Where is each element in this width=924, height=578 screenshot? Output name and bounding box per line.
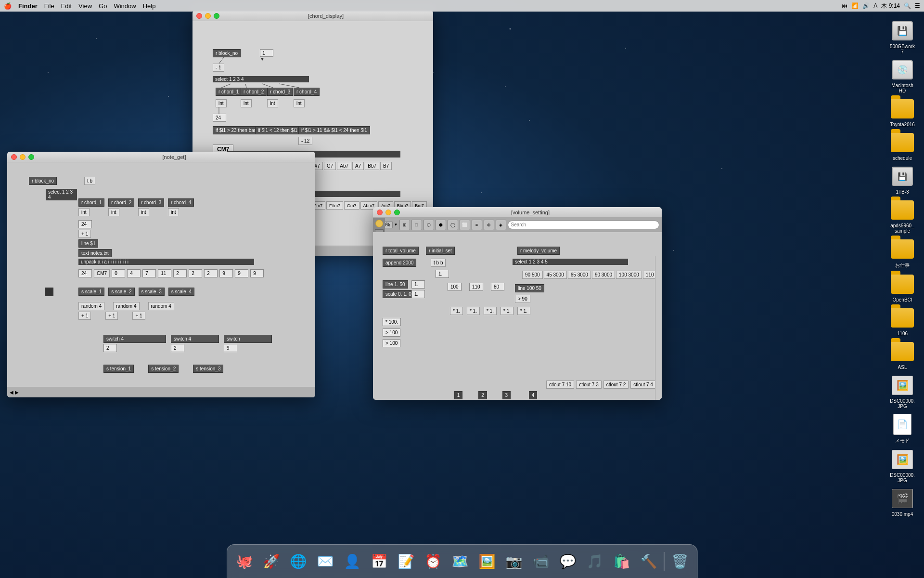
toolbar-btn-4[interactable]: ⬢ (436, 220, 446, 230)
menubar-view[interactable]: View (78, 2, 92, 10)
desktop-icon-1tb3[interactable]: 💾 1TB-3 (886, 165, 919, 195)
num-80-vol: 80 (491, 283, 504, 291)
minimize-button-note[interactable] (20, 154, 26, 160)
menubar-finder[interactable]: Finder (18, 2, 38, 10)
desktop-icon-shigoto[interactable]: お仕事 (886, 237, 919, 269)
dock-icon-photos[interactable]: 🖼️ (475, 549, 500, 574)
desktop-icon-memo[interactable]: 📄 メモド (886, 413, 919, 444)
val-65-3000: 65 3000 (568, 271, 591, 279)
toolbar-btn-1[interactable]: ⊞ (399, 220, 410, 230)
dock-icon-iphoto[interactable]: 📷 (501, 549, 526, 574)
dock-icon-xcode[interactable]: 🔨 (636, 549, 661, 574)
dock-icon-mail[interactable]: ✉️ (313, 549, 338, 574)
desktop-icon-toyota[interactable]: Toyota2016 (886, 97, 919, 127)
dock-icon-finder[interactable]: 🐙 (232, 549, 257, 574)
icon-label-schedule: schedule (893, 156, 912, 161)
dock-icon-itunes[interactable]: 🎵 (582, 549, 607, 574)
maximize-button-chord[interactable] (214, 13, 219, 19)
menubar-window[interactable]: Window (114, 2, 136, 10)
mul1-d: * 1. (500, 307, 513, 315)
menubar-edit[interactable]: Edit (61, 2, 72, 10)
desktop-icon-dsc1[interactable]: 🖼️ DSC00000.JPG (886, 374, 919, 409)
random-row: random 4 random 4 random 4 (78, 302, 174, 310)
dock-icon-trash[interactable]: 🗑️ (667, 549, 693, 574)
r-chord4-note: r chord_4 (168, 198, 194, 207)
line-s1-note: line $1 (78, 239, 98, 248)
desktop-icon-mp4[interactable]: 🎬 0030.mp4 (886, 487, 919, 517)
dock-icon-calendar[interactable]: 📅 (367, 549, 392, 574)
toolbar-btn-6[interactable]: ⬜ (460, 220, 470, 230)
val-2c: 2 (204, 269, 218, 277)
s-scale-row: s scale_1 s scale_2 s scale_3 s scale_4 (78, 288, 194, 296)
icon-label-1tb3: 1TB-3 (896, 189, 909, 195)
dock-icon-reminders[interactable]: ⏰ (421, 549, 446, 574)
toolbar-btn-5[interactable]: ◯ (448, 220, 458, 230)
toolbar-btn-3[interactable]: ⬡ (424, 220, 434, 230)
volume-search-input[interactable] (508, 221, 660, 229)
menubar-file[interactable]: File (44, 2, 54, 10)
close-button-note[interactable] (11, 154, 17, 160)
desktop-icon-1106[interactable]: 1106 (886, 306, 919, 336)
num-display-1-chord[interactable]: 1 (260, 49, 273, 57)
int1-chord: int (216, 99, 227, 107)
int1-note: int (78, 208, 90, 216)
dock-icon-safari[interactable]: 🌐 (286, 549, 311, 574)
close-button-vol[interactable] (377, 210, 383, 215)
minimize-button-chord[interactable] (205, 13, 211, 19)
r-chord3-note: r chord_3 (138, 198, 164, 207)
r-total-volume: r total_volume (383, 247, 419, 255)
menubar-go[interactable]: Go (99, 2, 107, 10)
desktop-icon-schedule[interactable]: schedule (886, 131, 919, 161)
toolbar-btn-9[interactable]: ◈ (496, 220, 506, 230)
val-45-3000: 45 3000 (544, 271, 567, 279)
volume-scrollbar[interactable] (655, 256, 662, 400)
desktop-icon-dsc2[interactable]: 🖼️ DSC00000.JPG (886, 448, 919, 483)
menubar-volume-icon[interactable]: 🔊 (862, 2, 870, 9)
num-1-vol: 1. (436, 270, 449, 278)
val-11: 11 (158, 269, 171, 277)
svg-line-3 (262, 84, 273, 88)
dock-icon-maps[interactable]: 🗺️ (448, 549, 473, 574)
toolbar-btn-2[interactable]: □ (411, 220, 422, 230)
desktop-icon-macintosh[interactable]: 💿 MacintoshHD (886, 58, 919, 93)
dock-icon-imessage[interactable]: 💬 (555, 549, 580, 574)
val-24: 24 (78, 269, 92, 277)
toolbar-btn-8[interactable]: ⊕ (484, 220, 494, 230)
desktop-icon-apds9960[interactable]: apds9960_sample (886, 198, 919, 234)
icon-label-openbci: OpenBCI (892, 297, 912, 302)
dock-icon-launchpad[interactable]: 🚀 (259, 549, 284, 574)
menubar-help[interactable]: Help (143, 2, 156, 10)
maximize-button-vol[interactable] (394, 210, 400, 215)
note-get-nav[interactable]: ◀ ▶ (10, 390, 19, 395)
val-100-3000: 100 3000 (616, 271, 642, 279)
close-button-chord[interactable] (196, 13, 202, 19)
dock-icon-contacts[interactable]: 👤 (340, 549, 365, 574)
val-9a: 9 (219, 269, 233, 277)
switch4-1-val: 2 (103, 344, 117, 352)
r-chord4-chord: r chord_4 (294, 88, 320, 96)
desktop-icon-openbci[interactable]: OpenBCI (886, 273, 919, 302)
int3-chord: int (267, 99, 278, 107)
icon-label-apds9960: apds9960_sample (890, 223, 914, 234)
mul1-a: * 1. (450, 307, 463, 315)
apple-menu[interactable]: 🍎 (4, 2, 12, 10)
gt-90: > 90 (515, 295, 530, 303)
dock-icon-notes[interactable]: 📝 (394, 549, 419, 574)
desktop-icon-500gb[interactable]: 💾 500GBwork7 (886, 19, 919, 54)
desktop-icon-asl[interactable]: ASL (886, 340, 919, 370)
toggle-note[interactable] (45, 288, 53, 296)
note-get-titlebar: [note_get] (7, 152, 315, 162)
menubar-menu-icon[interactable]: ☰ (915, 2, 920, 9)
menubar-search-icon[interactable]: 🔍 (904, 2, 911, 9)
s-scale-2: s scale_2 (108, 288, 134, 296)
r-block-no-note: r block_no (29, 177, 57, 185)
maximize-button-note[interactable] (28, 154, 34, 160)
int3-note: int (138, 208, 149, 216)
dock-icon-appstore[interactable]: 🛍️ (609, 549, 634, 574)
ctlout-7-4: ctlout 7 4 (630, 381, 656, 389)
minimize-button-vol[interactable] (385, 210, 391, 215)
toolbar-btn-7[interactable]: ≡ (472, 220, 482, 230)
icon-label-toyota: Toyota2016 (890, 122, 915, 127)
dock-icon-facetime[interactable]: 📹 (528, 549, 553, 574)
menubar-wifi-icon[interactable]: 📶 (851, 2, 859, 9)
